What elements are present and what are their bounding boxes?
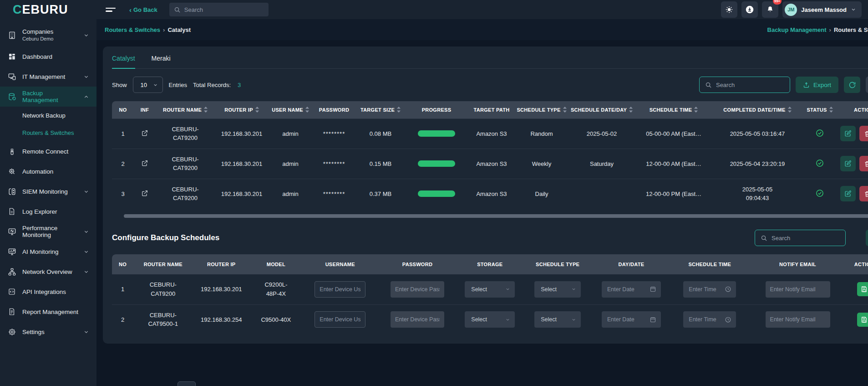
edit-button[interactable]	[840, 126, 856, 141]
col-schedule-date-day[interactable]: SCHEDULE DATE/DAY	[568, 101, 635, 118]
device-password-input[interactable]	[391, 311, 444, 328]
notify-email-input[interactable]	[766, 281, 830, 298]
sidebar-item-label: IT Management	[22, 73, 65, 80]
save-schedule-button[interactable]	[857, 313, 868, 327]
completed-date-time: 2025-05-04 23:20:19	[712, 149, 803, 179]
col-status[interactable]: STATUS	[803, 101, 837, 118]
breadcrumb-bar: Routers & Switches › Catalyst Backup Man…	[96, 19, 868, 40]
user-menu[interactable]: JM Jaseem Massod	[782, 1, 862, 18]
device-username-input[interactable]	[315, 311, 365, 328]
tab-meraki[interactable]: Meraki	[152, 55, 171, 69]
external-link-icon[interactable]	[141, 160, 148, 167]
sidebar-item-label: SIEM Monitoring	[22, 188, 68, 195]
refresh-button[interactable]	[844, 77, 860, 93]
time-picker[interactable]: Enter Time	[683, 311, 736, 328]
delete-button[interactable]	[859, 186, 868, 201]
notifications-button[interactable]: 99+	[762, 1, 778, 18]
horizontal-scrollbar	[124, 214, 868, 218]
schedule-date-day: Saturday	[568, 149, 635, 179]
sidebar-item-dashboard[interactable]: Dashboard	[0, 46, 96, 67]
configure-table: NO ROUTER NAME ROUTER IP MODEL USERNAME …	[112, 254, 868, 335]
sidebar-item-report-management[interactable]: Report Management	[0, 302, 96, 322]
notify-email-input[interactable]	[766, 311, 830, 328]
col-target-size[interactable]: TARGET SIZE	[356, 101, 405, 118]
tab-catalyst[interactable]: Catalyst	[112, 55, 135, 69]
breadcrumb-parent-link[interactable]: Routers & Switches	[105, 26, 160, 33]
filter-button[interactable]	[866, 230, 868, 246]
time-picker[interactable]: Enter Time	[683, 281, 736, 298]
breadcrumb-parent-link[interactable]: Backup Management	[767, 26, 827, 33]
delete-button[interactable]	[859, 126, 868, 141]
sidebar-item-companies[interactable]: CompaniesCeburu Demo	[0, 24, 96, 46]
remote-icon	[7, 147, 16, 156]
sidebar-item-it-management[interactable]: IT Management	[0, 67, 96, 87]
page-size-select[interactable]: 10	[133, 77, 163, 93]
router-ip: 192.168.30.201	[215, 179, 269, 209]
upload-icon	[803, 82, 810, 88]
sort-icon	[829, 107, 833, 113]
table-row: 3 CEBURU-CAT9200 192.168.30.201 admin **…	[112, 179, 868, 209]
sidebar-item-api-integrations[interactable]: API Integrations	[0, 282, 96, 302]
sidebar-item-ai-monitoring[interactable]: AI Monitoring	[0, 242, 96, 262]
siem-server-icon	[7, 187, 16, 196]
save-schedule-button[interactable]	[857, 282, 868, 296]
menu-toggle-icon[interactable]	[106, 6, 116, 14]
sidebar-item-siem-monitoring[interactable]: SIEM Monitoring	[0, 181, 96, 201]
settings-button[interactable]	[866, 77, 868, 93]
sidebar-subitem-routers-switches[interactable]: Routers & Switches	[0, 124, 96, 141]
edit-button[interactable]	[840, 156, 856, 171]
app-logo[interactable]: CEBURU	[0, 3, 96, 17]
col-schedule-time[interactable]: SCHEDULE TIME	[635, 101, 712, 118]
table-search-input[interactable]	[716, 82, 784, 88]
schedule-type-select[interactable]: Select	[534, 281, 581, 298]
sidebar-item-backup-management[interactable]: Backup Management	[0, 87, 96, 107]
api-brackets-icon	[7, 287, 16, 296]
col-router-name[interactable]: ROUTER NAME	[156, 101, 215, 118]
sort-icon	[204, 107, 208, 113]
schedule-type-select[interactable]: Select	[534, 311, 581, 328]
theme-toggle-button[interactable]	[721, 1, 737, 18]
sidebar-subitem-network-backup[interactable]: Network Backup	[0, 107, 96, 124]
device-password-input[interactable]	[391, 281, 444, 298]
external-link-icon[interactable]	[141, 129, 148, 137]
col-user-name[interactable]: USER NAME	[269, 101, 312, 118]
chevron-down-icon	[83, 32, 89, 38]
completed-date-time: 2025-05-05 09:04:43	[736, 185, 778, 203]
global-search-input[interactable]	[184, 6, 264, 13]
password-masked: ********	[312, 149, 356, 179]
col-completed[interactable]: COMPLETED DATE/TIME	[712, 101, 803, 118]
col-schedule-type[interactable]: SCHEDULE TYPE	[515, 101, 568, 118]
page-size-select-partial[interactable]	[178, 381, 196, 386]
storage-select[interactable]: Select	[465, 311, 515, 328]
breadcrumb-right: Backup Management › Routers & Switches	[767, 26, 868, 33]
schedule-time: 05-00-00 AM (East…	[635, 118, 712, 149]
export-button[interactable]: Export	[796, 77, 838, 93]
col-password: PASSWORD	[312, 101, 356, 118]
date-picker[interactable]: Enter Date	[602, 311, 661, 328]
download-center-button[interactable]	[741, 1, 758, 18]
edit-button[interactable]	[840, 186, 856, 201]
target-path: Amazon S3	[468, 149, 515, 179]
sidebar-item-remote-connect[interactable]: Remote Connect	[0, 141, 96, 161]
sidebar-item-log-explorer[interactable]: Log Explorer	[0, 201, 96, 221]
sidebar-item-automation[interactable]: Automation	[0, 161, 96, 181]
section-title: Configure Backup Schedules	[112, 233, 219, 242]
col-router-ip[interactable]: ROUTER IP	[215, 101, 269, 118]
sidebar-item-performance-monitoring[interactable]: Performance Monitoring	[0, 221, 96, 242]
table-search	[699, 77, 790, 93]
progress-bar	[418, 190, 455, 197]
document-icon	[7, 207, 16, 216]
storage-select[interactable]: Select	[465, 281, 515, 298]
go-back-link[interactable]: ‹Go Back	[129, 6, 157, 14]
devices-icon	[7, 72, 16, 81]
scrollbar-thumb[interactable]	[124, 214, 868, 218]
progress-bar	[418, 130, 455, 137]
device-username-input[interactable]	[315, 281, 365, 298]
sidebar-item-settings[interactable]: Settings	[0, 322, 96, 342]
external-link-icon[interactable]	[141, 190, 148, 197]
date-picker[interactable]: Enter Date	[602, 281, 661, 298]
delete-button[interactable]	[859, 156, 868, 171]
chevron-down-icon	[153, 82, 158, 87]
configure-search-input[interactable]	[772, 235, 840, 242]
sidebar-item-network-overview[interactable]: Network Overview	[0, 262, 96, 282]
